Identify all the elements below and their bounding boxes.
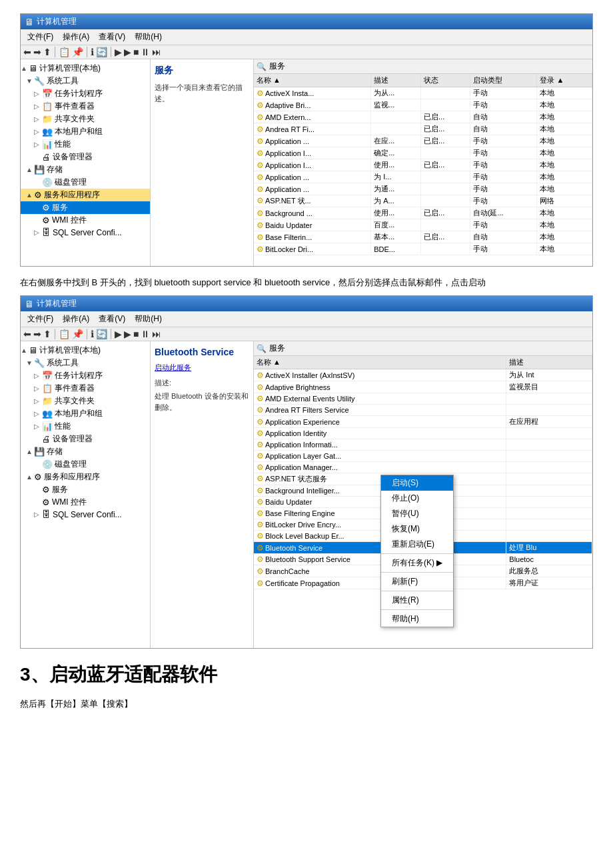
ctx-menu-item[interactable]: 属性(R) [381,593,453,608]
play2-icon[interactable]: ▶ [124,47,131,57]
table-row[interactable]: ⚙Andrea RT Filters Service [254,405,592,416]
tree-item[interactable]: 🖨设备管理器 [21,433,150,445]
forward-icon[interactable]: ➡ [33,47,41,57]
paste-icon[interactable]: 📌 [72,47,83,57]
pause-icon[interactable]: ⏸ [141,47,150,57]
tree-item[interactable]: ▼🔧系统工具 [21,357,150,369]
tree-item[interactable]: ▷👥本地用户和组 [21,125,150,138]
menu-view1[interactable]: 查看(V) [95,31,129,43]
stop-icon[interactable]: ■ [133,47,139,57]
table-row[interactable]: ⚙ActiveX Installer (AxInstSV)为从 Int [254,369,592,381]
tree-item[interactable]: ▼🔧系统工具 [21,75,150,87]
tree-item[interactable]: ▷📁共享文件夹 [21,395,150,407]
table-row[interactable]: ⚙Application ...在应...已启...手动本地 [254,135,592,147]
menu-file1[interactable]: 文件(F) [23,31,57,43]
tree-item[interactable]: ▲🖥计算机管理(本地) [21,62,150,75]
tree-item[interactable]: ▷📁共享文件夹 [21,113,150,125]
play3-icon[interactable]: ▶ [115,329,122,339]
table-row[interactable]: ⚙Application ...为通...手动本地 [254,183,592,195]
menu-help2[interactable]: 帮助(H) [131,313,166,325]
tree-item[interactable]: ▲⚙服务和应用程序 [21,471,150,483]
table-row[interactable]: ⚙ActiveX Insta...为从...手动本地 [254,87,592,99]
table-row[interactable]: ⚙AMD Extern...已启...自动本地 [254,111,592,123]
menu-action2[interactable]: 操作(A) [59,313,93,325]
ctx-menu-item[interactable]: 刷新(F) [381,574,453,589]
ctx-menu-item[interactable]: 恢复(M) [381,521,453,537]
tree-item[interactable]: ▲💾存储 [21,163,150,176]
tree-node-label: 设备管理器 [53,433,93,445]
menu-file2[interactable]: 文件(F) [23,313,57,325]
refresh2-icon[interactable]: 🔄 [96,329,107,339]
menu-help1[interactable]: 帮助(H) [131,31,166,43]
ctx-menu-item[interactable]: 启动(S) [381,475,453,491]
paste2-icon[interactable]: 📌 [72,329,83,339]
tree-item[interactable]: ▷📊性能 [21,420,150,433]
table-row[interactable]: ⚙Application Layer Gat... [254,451,592,462]
tree-node-label: 任务计划程序 [55,370,103,381]
table-row[interactable]: ⚙Adaptive Brightness监视景目 [254,381,592,393]
table-row[interactable]: ⚙Base Filterin...基本...已启...自动本地 [254,231,592,243]
tree-node-label: 服务 [52,202,68,213]
tree-item[interactable]: ▲⚙服务和应用程序 [21,189,150,201]
table-row[interactable]: ⚙Application Manager... [254,462,592,473]
ctx-menu-item[interactable]: 暂停(U) [381,506,453,521]
table-row[interactable]: ⚙AMD External Events Utility [254,393,592,405]
tree-item[interactable]: ▷🗄SQL Server Confi... [21,509,150,520]
start-service-link[interactable]: 启动此服务 [155,363,249,373]
pause2-icon[interactable]: ⏸ [141,329,150,339]
tree-node-label: 性能 [55,421,71,432]
table-row[interactable]: ⚙BitLocker Dri...BDE...手动本地 [254,243,592,255]
ctx-menu-item[interactable]: 帮助(H) [381,611,453,627]
table-row[interactable]: ⚙Application I...使用...已启...手动本地 [254,159,592,171]
up2-icon[interactable]: ⬆ [43,329,51,339]
properties-icon[interactable]: ℹ [91,47,94,57]
ctx-menu-item[interactable]: 所有任务(K) ▶ [381,555,453,571]
svc-cell-name: ⚙ASP.NET 状... [254,195,371,207]
stop2-icon[interactable]: ■ [133,329,139,339]
tree-item[interactable]: 💿磁盘管理 [21,176,150,189]
menu-action1[interactable]: 操作(A) [59,31,93,43]
tree-item[interactable]: ⚙WMI 控件 [21,214,150,227]
menu-view2[interactable]: 查看(V) [95,313,129,325]
back-icon[interactable]: ⬅ [23,47,31,57]
tree-item[interactable]: ▷📋事件查看器 [21,100,150,113]
table-row[interactable]: ⚙Application Informati... [254,439,592,451]
tree-item[interactable]: ▷📅任务计划程序 [21,87,150,100]
tree-item[interactable]: ⚙WMI 控件 [21,496,150,509]
table-row[interactable]: ⚙Application I...确定...手动本地 [254,147,592,159]
tree-item[interactable]: ▲💾存储 [21,445,150,458]
table-row[interactable]: ⚙Application ...为 I...手动本地 [254,171,592,183]
tree-item[interactable]: ⚙服务 [21,201,150,214]
step-icon[interactable]: ⏭ [152,47,161,57]
table-row[interactable]: ⚙Baidu Updater百度...手动本地 [254,219,592,231]
tree-item[interactable]: ▷📅任务计划程序 [21,369,150,382]
copy2-icon[interactable]: 📋 [59,329,70,339]
table-row[interactable]: ⚙Andrea RT Fi...已启...自动本地 [254,123,592,135]
refresh-icon[interactable]: 🔄 [96,47,107,57]
table-row[interactable]: ⚙Background ...使用...已启...自动(延...本地 [254,207,592,219]
ctx-menu-item[interactable]: 停止(O) [381,491,453,506]
tree-item[interactable]: 🖨设备管理器 [21,151,150,163]
tree-item[interactable]: ▷🗄SQL Server Confi... [21,227,150,238]
tree-item[interactable]: ⚙服务 [21,483,150,496]
step2-icon[interactable]: ⏭ [152,329,161,339]
up-icon[interactable]: ⬆ [43,47,51,57]
tree-item[interactable]: ▷📊性能 [21,138,150,151]
back2-icon[interactable]: ⬅ [23,329,31,339]
ctx-menu-item[interactable]: 重新启动(E) [381,537,453,552]
forward2-icon[interactable]: ➡ [33,329,41,339]
tree-item[interactable]: 💿磁盘管理 [21,458,150,471]
svc-cell-status [421,195,470,207]
table-row[interactable]: ⚙ASP.NET 状...为 A...手动网络 [254,195,592,207]
copy-icon[interactable]: 📋 [59,47,70,57]
table-row[interactable]: ⚙Application Identity [254,428,592,439]
tree-item[interactable]: ▷👥本地用户和组 [21,407,150,420]
table-row[interactable]: ⚙Adaptive Bri...监视...手动本地 [254,99,592,111]
play4-icon[interactable]: ▶ [124,329,131,339]
table-row[interactable]: ⚙Application Experience在应用程 [254,416,592,428]
props2-icon[interactable]: ℹ [91,329,94,339]
tree-item[interactable]: ▲🖥计算机管理(本地) [21,344,150,357]
col-name: 名称 ▲ [254,74,371,87]
tree-item[interactable]: ▷📋事件查看器 [21,382,150,395]
play-icon[interactable]: ▶ [115,47,122,57]
